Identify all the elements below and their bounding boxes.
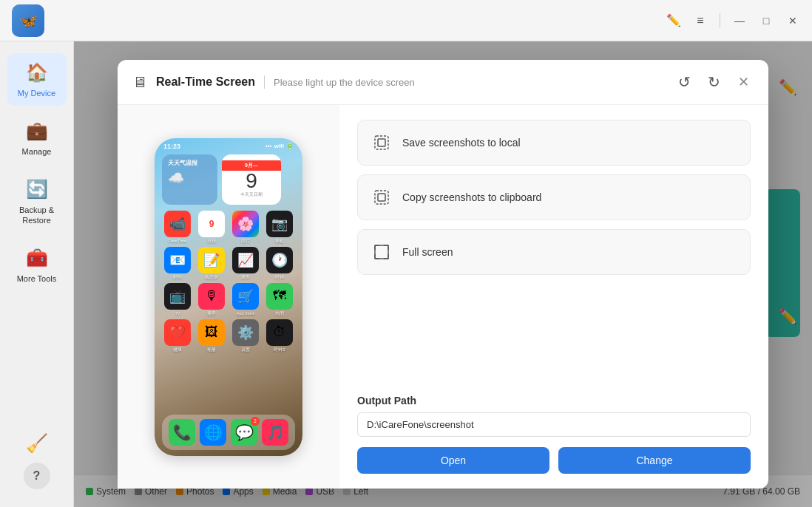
sidebar-item-more-tools[interactable]: 🧰 More Tools bbox=[7, 239, 67, 291]
backup-icon: 🔄 bbox=[25, 177, 49, 201]
edit-icon[interactable]: ✏️ bbox=[666, 13, 681, 28]
output-buttons: Open Change bbox=[357, 447, 751, 474]
real-time-screen-modal: 🖥 Real-Time Screen Please light up the d… bbox=[118, 60, 768, 489]
output-path-label: Output Path bbox=[357, 395, 751, 406]
weather-icon: ☁️ bbox=[168, 170, 212, 186]
calendar-subtitle: 今天又日期 bbox=[240, 191, 263, 198]
dock-phone: 📞 bbox=[169, 419, 195, 446]
signal-icon: ▪▪▪ bbox=[265, 143, 272, 149]
svg-rect-4 bbox=[375, 245, 388, 259]
phone-status-right: ▪▪▪ wifi 🔋 bbox=[265, 143, 294, 149]
appstore-icon: 🛒 bbox=[232, 283, 259, 310]
change-button[interactable]: Change bbox=[558, 447, 751, 474]
app-facetime: 📹 FaceTime bbox=[162, 211, 193, 244]
menu-icon[interactable]: ≡ bbox=[693, 13, 708, 28]
app-album: 🖼 相册 bbox=[196, 319, 227, 353]
clock-icon: 🕐 bbox=[266, 247, 293, 273]
fullscreen-icon bbox=[370, 240, 393, 264]
app-appstore: 🛒 App Store bbox=[230, 283, 261, 316]
app-settings: ⚙️ 设置 bbox=[230, 319, 261, 353]
right-panel: Save screenshots to local Copy screensho… bbox=[339, 105, 768, 489]
screen-icon: 🖥 bbox=[132, 74, 147, 91]
app-mail: 📧 邮件 bbox=[162, 247, 193, 280]
sidebar-bottom: 🧹 ? bbox=[24, 433, 50, 495]
camera-icon: 📷 bbox=[266, 211, 293, 237]
save-screenshots-card[interactable]: Save screenshots to local bbox=[357, 120, 751, 166]
tv-icon: 📺 bbox=[164, 283, 191, 310]
save-screenshots-label: Save screenshots to local bbox=[402, 137, 521, 149]
output-path-input[interactable] bbox=[357, 412, 751, 437]
sidebar-label-manage: Manage bbox=[22, 147, 52, 157]
app-tv: 📺 TV bbox=[162, 283, 193, 316]
app-notes: 📝 备忘录 bbox=[196, 247, 227, 280]
modal-subtitle: Please light up the device screen bbox=[274, 77, 415, 88]
broom-icon[interactable]: 🧹 bbox=[26, 433, 48, 454]
wifi-icon: wifi bbox=[274, 143, 284, 149]
calendar-day: 9 bbox=[246, 171, 257, 191]
svg-rect-0 bbox=[375, 136, 388, 149]
app-extra: ⏱ 时钟2 bbox=[264, 319, 295, 353]
sidebar-item-backup-restore[interactable]: 🔄 Backup &Restore bbox=[7, 170, 67, 232]
sidebar: 🏠 My Device 💼 Manage 🔄 Backup &Restore 🧰… bbox=[0, 41, 74, 507]
phone-frame: 11:23 ▪▪▪ wifi 🔋 bbox=[155, 138, 302, 456]
app-podcasts: 🎙 播客 bbox=[196, 283, 227, 316]
calendar-widget: 9月— 9 今天又日期 bbox=[222, 154, 281, 205]
modal-header: 🖥 Real-Time Screen Please light up the d… bbox=[118, 60, 768, 105]
health-icon: ❤️ bbox=[164, 319, 191, 346]
app-calendar: 9 日历 bbox=[196, 211, 227, 244]
sidebar-item-manage[interactable]: 💼 Manage bbox=[7, 112, 67, 164]
phone-status-bar: 11:23 ▪▪▪ wifi 🔋 bbox=[155, 138, 302, 152]
modal-header-actions: ↺ ↻ ✕ bbox=[674, 72, 754, 92]
dock-safari: 🌐 bbox=[200, 419, 226, 446]
content-area: ✏️ › ✏️ vice 🖥 Real-Time Screen Please l… bbox=[74, 41, 812, 507]
stocks-icon: 📈 bbox=[232, 247, 259, 273]
app-photos: 🌸 照片 bbox=[230, 211, 261, 244]
modal-title: Real-Time Screen bbox=[156, 75, 255, 89]
open-button[interactable]: Open bbox=[357, 447, 549, 474]
phone-preview: 11:23 ▪▪▪ wifi 🔋 bbox=[118, 105, 339, 489]
fullscreen-card[interactable]: Full screen bbox=[357, 229, 751, 275]
sidebar-label-more-tools: More Tools bbox=[17, 274, 57, 284]
photos-icon: 🌸 bbox=[232, 211, 259, 237]
copy-screenshots-card[interactable]: Copy screenshots to clipboard bbox=[357, 174, 751, 220]
save-screenshot-icon bbox=[370, 131, 393, 154]
battery-icon: 🔋 bbox=[286, 143, 294, 149]
settings-icon: ⚙️ bbox=[232, 319, 259, 346]
modal-body: 11:23 ▪▪▪ wifi 🔋 bbox=[118, 105, 768, 489]
calendar-icon: 9 bbox=[198, 211, 225, 237]
minimize-button[interactable]: — bbox=[732, 13, 747, 28]
weather-widget: 天天气温报 ☁️ bbox=[162, 154, 217, 205]
svg-rect-1 bbox=[378, 139, 385, 146]
svg-rect-2 bbox=[375, 191, 388, 204]
album-icon: 🖼 bbox=[198, 319, 225, 346]
help-button[interactable]: ? bbox=[24, 463, 50, 489]
app-clock: 🕐 时钟 bbox=[264, 247, 295, 280]
app-logo: 🦋 bbox=[12, 4, 44, 37]
sidebar-label-backup: Backup &Restore bbox=[19, 205, 54, 225]
more-tools-icon: 🧰 bbox=[25, 246, 49, 270]
reload-icon[interactable]: ↻ bbox=[703, 72, 724, 92]
maximize-button[interactable]: □ bbox=[759, 13, 774, 28]
modal-close-button[interactable]: ✕ bbox=[733, 72, 754, 92]
extra-icon: ⏱ bbox=[266, 319, 293, 346]
svg-rect-3 bbox=[378, 194, 385, 201]
sidebar-item-my-device[interactable]: 🏠 My Device bbox=[7, 53, 67, 106]
fullscreen-label: Full screen bbox=[402, 246, 453, 258]
app-camera: 📷 相机 bbox=[264, 211, 295, 244]
modal-header-divider bbox=[264, 75, 265, 89]
modal-overlay: 🖥 Real-Time Screen Please light up the d… bbox=[74, 41, 812, 507]
dock-messages: 💬 2 bbox=[231, 419, 257, 446]
my-device-icon: 🏠 bbox=[25, 61, 49, 84]
facetime-icon: 📹 bbox=[164, 211, 191, 237]
phone-screen: 11:23 ▪▪▪ wifi 🔋 bbox=[155, 138, 302, 456]
phone-widgets: 天天气温报 ☁️ 9月— 9 今天又日期 bbox=[155, 152, 302, 208]
phone-dock: 📞 🌐 💬 2 🎵 bbox=[162, 415, 295, 450]
close-button[interactable]: ✕ bbox=[785, 13, 800, 28]
maps-icon: 🗺 bbox=[266, 283, 293, 310]
refresh-icon[interactable]: ↺ bbox=[674, 72, 694, 92]
messages-badge: 2 bbox=[251, 417, 260, 426]
dock-music: 🎵 bbox=[262, 419, 288, 446]
app-icon-grid: 📹 FaceTime 9 日历 🌸 照片 bbox=[155, 208, 302, 355]
app-stocks: 📈 股市 bbox=[230, 247, 261, 280]
notes-icon: 📝 bbox=[198, 247, 225, 273]
